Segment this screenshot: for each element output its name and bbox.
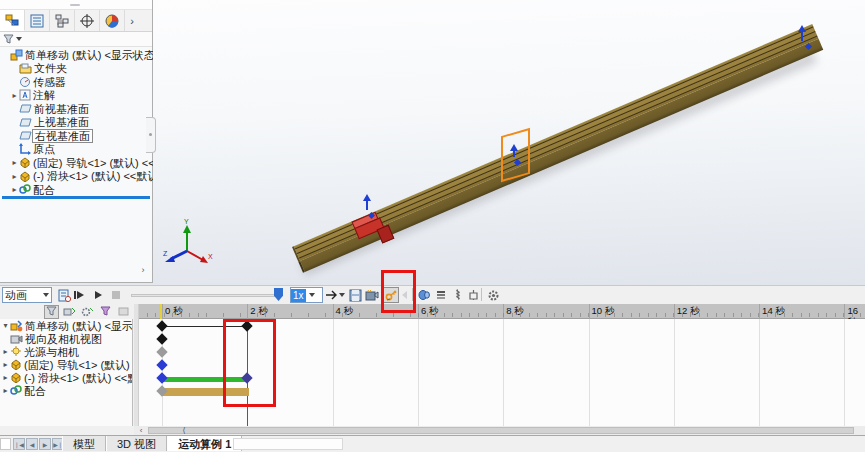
save-animation-icon[interactable] [347,287,363,303]
panel-collapse-handle[interactable] [146,117,156,153]
play-from-start-icon[interactable] [73,287,89,303]
doc-tab-item[interactable]: 模型 [62,436,106,451]
spring-icon[interactable] [450,287,466,303]
key-point[interactable] [156,359,167,370]
timeline-ruler[interactable]: 0 秒2 秒4 秒6 秒8 秒10 秒12 秒14 秒16 秒 [139,304,865,319]
fm-property-icon [30,14,44,28]
camera-view-icon [10,334,23,344]
assembly-icon [10,49,23,61]
first-tab-icon[interactable]: ❘◀ [13,438,25,450]
panel-grip[interactable] [70,4,80,6]
filter-caret-icon[interactable] [16,37,22,44]
tree-item[interactable]: 前视基准面 [0,102,153,116]
tree-item[interactable]: ▸(固定) 导轨<1> (默认) <<默认>_ [0,156,153,170]
filter-driving-icon[interactable] [80,305,95,319]
expander-icon[interactable]: ▸ [1,347,10,356]
results-icon[interactable] [433,287,449,303]
motor-icon[interactable] [416,287,432,303]
orientation-triad-icon: Y X Z [163,215,215,269]
tree-item[interactable]: ▸注解 [0,89,153,103]
filter-selected-icon[interactable] [98,305,113,319]
doc-tab-active[interactable]: 运动算例 1 [167,436,242,451]
filter-animated-icon[interactable] [62,305,77,319]
key-point[interactable] [156,346,167,357]
svg-text:X: X [208,253,213,260]
tree-item[interactable]: ▾简单移动 (默认) <显示状态 [0,319,132,332]
lights-icon [10,346,22,357]
key-point[interactable] [156,320,167,331]
expander-icon[interactable]: ▸ [10,172,19,181]
prev-tab-icon[interactable]: ◀ [26,438,38,450]
filter-all-icon[interactable] [44,305,59,319]
tree-item[interactable]: 视向及相机视图 [0,332,132,345]
ruler-tick [247,304,248,319]
hscroll-thumb[interactable] [148,427,854,434]
study-type-select[interactable]: 动画 [2,287,52,303]
expander-icon[interactable]: ▸ [10,185,19,194]
doc-tab-item[interactable]: 3D 视图 [106,436,167,451]
export-arrow-icon[interactable] [324,287,338,303]
rollback-bar[interactable] [2,196,150,199]
expander-icon[interactable]: ▾ [1,321,10,330]
expander-icon[interactable]: ▸ [1,386,10,395]
expander-icon[interactable]: ▸ [1,360,10,369]
tree-item[interactable]: ▸配合 [0,183,153,197]
tree-item[interactable]: 简单移动 (默认) <显示状态-1> [0,48,153,62]
expander-icon[interactable]: ▸ [10,91,19,100]
tree-item[interactable]: ▸光源与相机 [0,345,132,358]
tree-item-label: 前视基准面 [32,103,91,115]
part-icon [19,171,31,182]
tree-item[interactable]: 原点 [0,143,153,157]
svg-text:Y: Y [184,218,189,225]
annotation-box-autokey [381,270,416,313]
stop-icon[interactable] [108,287,124,303]
tree-item[interactable]: ▸(-) 滑块<1> (默认) <<默 [0,371,132,384]
playhead[interactable] [160,304,162,319]
tab-scroll-icon[interactable]: ⟨ [179,426,189,435]
reference-plane[interactable] [501,128,530,182]
tree-item[interactable]: ▸配合 [0,384,132,397]
ruler-tick [418,304,419,319]
fm-tab-fm-configurations[interactable] [50,10,75,31]
ruler-label: 0 秒 [165,305,182,318]
tree-item[interactable]: 文件夹 [0,62,153,76]
calculate-icon[interactable] [56,287,72,303]
export-caret-icon[interactable] [338,287,346,303]
scroll-left-icon[interactable]: ‹ [136,426,146,435]
solidworks-window: Y X Z › 简单移动 (默认) <显示状态-1>文件夹传感器▸注解前视基准面… [0,0,865,452]
play-icon[interactable] [91,287,107,303]
folder-icon [19,63,32,74]
tree-item[interactable]: ▸(-) 滑块<1> (默认) <<默认>_显示 [0,170,153,184]
playback-slider-thumb[interactable] [274,288,283,301]
annotations-icon [19,89,31,101]
fm-tab-fm-property[interactable] [25,10,50,31]
panel-expand-arrow[interactable]: › [137,264,149,276]
document-tab-bar: ❘◀ ◀ ▶ ▶❘ 模型3D 视图运动算例 1 [0,435,865,452]
playback-slider-track[interactable] [131,294,277,297]
fm-tabbar-overflow[interactable]: › [125,10,139,31]
part-icon [10,359,22,370]
next-tab-icon[interactable]: ▶ [39,438,51,450]
fm-tab-fm-display[interactable] [100,10,125,31]
key-point[interactable] [156,333,167,344]
animation-wizard-icon[interactable] [364,287,380,303]
tree-item-label: (-) 滑块<1> (默认) <<默 [22,372,132,384]
fm-tab-fm-dimxpert[interactable] [75,10,100,31]
filter-results-icon[interactable] [116,305,131,319]
damper-icon[interactable] [465,287,481,303]
timeline-hscrollbar[interactable]: ‹ ⟨ [134,426,865,435]
expander-icon[interactable]: ▸ [10,158,19,167]
origin-icon [19,143,31,155]
tree-item[interactable]: ▸(固定) 导轨<1> (默认) < [0,358,132,371]
mates-icon [19,184,31,195]
tree-item[interactable]: 右视基准面 [0,129,153,143]
key-point[interactable] [156,372,167,383]
tree-item[interactable]: 上视基准面 [0,116,153,130]
expander-icon[interactable]: ▸ [1,373,10,382]
timeline-gridline [589,319,590,426]
study-properties-icon[interactable] [485,287,501,303]
tree-item[interactable]: 传感器 [0,75,153,89]
playback-speed-select[interactable]: 1x [290,287,323,303]
filter-funnel-icon[interactable] [3,34,14,45]
fm-tab-fm-features[interactable] [0,10,25,31]
